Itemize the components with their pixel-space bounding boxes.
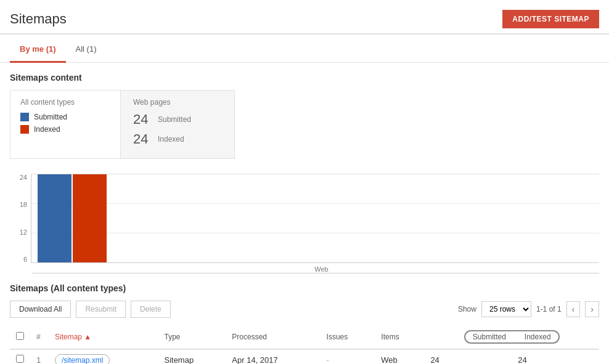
tab-all[interactable]: All (1) (66, 37, 107, 63)
row-indexed: 24 (512, 349, 599, 364)
y-label-18: 18 (10, 201, 27, 208)
y-label-12: 12 (10, 229, 27, 236)
sitemap-link[interactable]: /sitemap.xml (55, 354, 110, 365)
chart-area: 24 18 12 6 Web (0, 174, 609, 273)
submitted-color-swatch (20, 113, 29, 121)
pagination-info: 1-1 of 1 (536, 305, 562, 313)
submitted-stat-row: 24 Submitted (133, 111, 222, 127)
prev-page-button[interactable]: ‹ (566, 301, 581, 317)
stats-category: Web pages (133, 98, 222, 107)
legend-filter-label: All content types (20, 98, 110, 107)
bar-submitted (38, 174, 72, 262)
col-processed: Processed (226, 325, 320, 349)
indexed-stat-label: Indexed (158, 135, 184, 144)
sitemaps-content-section: Sitemaps content All content types Submi… (0, 63, 609, 174)
col-type: Type (158, 325, 226, 349)
col-issues: Issues (321, 325, 375, 349)
col-items: Items (375, 325, 424, 349)
y-label-24: 24 (10, 174, 27, 181)
resubmit-button[interactable]: Resubmit (76, 301, 126, 318)
row-checkbox-cell (10, 349, 30, 364)
table-controls: Download All Resubmit Delete Show 25 row… (10, 301, 599, 318)
submitted-indexed-oval: Submitted Indexed (464, 330, 560, 344)
x-label-web: Web (44, 265, 599, 273)
delete-button[interactable]: Delete (131, 301, 171, 318)
col-num: # (30, 325, 49, 349)
row-issues: - (321, 349, 375, 364)
legend-submitted: Submitted (20, 113, 110, 121)
row-items: Web (375, 349, 424, 364)
row-processed: Apr 14, 2017 (226, 349, 320, 364)
sitemaps-table: # Sitemap ▲ Type Processed Issues Items … (10, 325, 599, 364)
row-submitted: 24 (424, 349, 512, 364)
row-checkbox[interactable] (16, 355, 24, 363)
col-sitemap[interactable]: Sitemap ▲ (49, 325, 158, 349)
submitted-legend-label: Submitted (34, 113, 67, 121)
submitted-stat-label: Submitted (158, 115, 191, 124)
page-header: Sitemaps ADD/TEST SITEMAP (0, 0, 609, 34)
rows-per-page-select[interactable]: 25 rows (481, 301, 531, 317)
table-section-title: Sitemaps (All content types) (10, 283, 599, 293)
add-sitemap-button[interactable]: ADD/TEST SITEMAP (502, 10, 599, 28)
indexed-stat-row: 24 Indexed (133, 131, 222, 147)
col-indexed-label: Indexed (525, 333, 551, 341)
legend-indexed: Indexed (20, 125, 110, 134)
controls-right: Show 25 rows 1-1 of 1 ‹ › (458, 301, 599, 317)
row-sitemap-cell: /sitemap.xml (49, 349, 158, 364)
page-title: Sitemaps (10, 11, 67, 27)
y-label-6: 6 (10, 256, 27, 263)
indexed-color-swatch (20, 125, 29, 134)
row-num: 1 (30, 349, 49, 364)
table-row: 1 /sitemap.xml Sitemap Apr 14, 2017 - We… (10, 349, 599, 364)
legend-box: All content types Submitted Indexed (10, 90, 121, 159)
col-submitted-label: Submitted (473, 333, 506, 341)
indexed-count: 24 (133, 131, 153, 147)
indexed-legend-label: Indexed (34, 125, 60, 134)
sitemaps-content-title: Sitemaps content (10, 73, 599, 83)
submitted-count: 24 (133, 111, 153, 127)
tabs-bar: By me (1) All (1) (0, 37, 609, 63)
controls-left: Download All Resubmit Delete (10, 301, 171, 318)
col-submitted-indexed: Submitted Indexed (424, 325, 599, 349)
table-section: Sitemaps (All content types) Download Al… (0, 273, 609, 364)
row-type: Sitemap (158, 349, 226, 364)
bar-indexed (73, 174, 107, 262)
select-all-header (10, 325, 30, 349)
next-page-button[interactable]: › (585, 301, 599, 317)
download-all-button[interactable]: Download All (10, 301, 71, 318)
stats-box: Web pages 24 Submitted 24 Indexed (121, 90, 235, 159)
tab-by-me[interactable]: By me (1) (10, 37, 66, 63)
show-label: Show (458, 305, 476, 313)
select-all-checkbox[interactable] (16, 332, 24, 340)
content-types-container: All content types Submitted Indexed Web … (10, 90, 599, 159)
